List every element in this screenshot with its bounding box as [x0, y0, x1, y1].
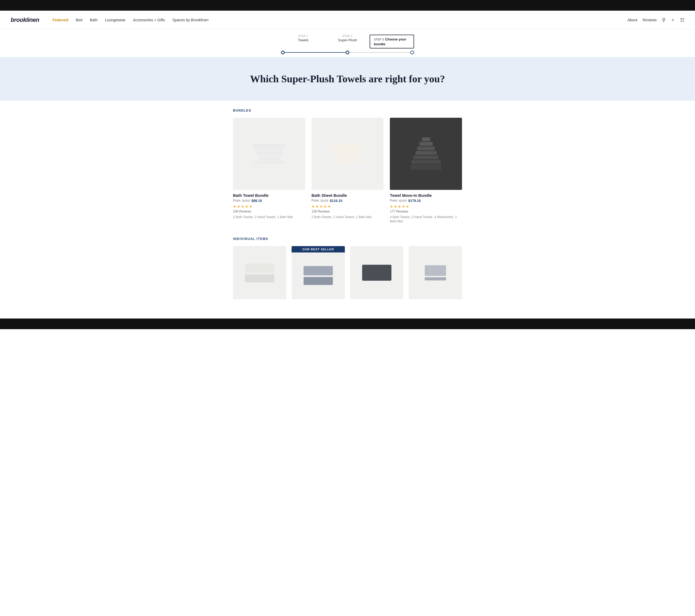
move-in-bundle-reviews: 177 Reviews — [390, 210, 462, 213]
best-seller-badge: OUR BEST SELLER — [292, 246, 345, 252]
bath-towel-bundle-stars: ★ ★ ★ ★ ★ — [233, 204, 305, 209]
hero-banner: Which Super-Plush Towels are right for y… — [0, 57, 695, 101]
move-in-bundle-stars: ★ ★ ★ ★ ★ — [390, 204, 462, 209]
bath-towel-bundle-name: Bath Towel Bundle — [233, 193, 305, 198]
product-bath-towel-bundle[interactable]: Bath Towel Bundle From $109 $98.10 ★ ★ ★… — [233, 118, 305, 224]
step-2-label: STEP 2 — [342, 35, 352, 37]
bath-sheet-bundle-price: From $129 $116.10 — [311, 199, 384, 203]
bath-sheet-bundle-reviews: 128 Reviews — [311, 210, 384, 213]
bath-towel-bundle-price: From $109 $98.10 — [233, 199, 305, 203]
nav-reviews[interactable]: Reviews — [643, 18, 657, 22]
step-3-label: STEP 3 — [374, 38, 384, 41]
step-1[interactable]: STEP 1 Towels — [281, 35, 325, 42]
bath-towel-bundle-reviews: 246 Reviews — [233, 210, 305, 213]
hero-heading: Which Super-Plush Towels are right for y… — [11, 73, 684, 85]
nav-links: Featured Bed Bath Loungewear Accessories… — [52, 18, 627, 22]
move-in-bundle-image — [390, 118, 462, 190]
individual-item-4-image — [409, 246, 462, 299]
bath-sheet-bundle-desc: 2 Bath Sheets, 2 Hand Towels, 1 Bath Mat — [311, 215, 384, 219]
main-content: BUNDLES Bath Towel Bundle From $109 $98.… — [228, 101, 467, 318]
move-in-bundle-name: Towel Move-In Bundle — [390, 193, 462, 198]
step-dot-2 — [346, 51, 349, 54]
individual-title: INDIVIDUAL ITEMS — [233, 237, 462, 241]
step-2[interactable]: STEP 2 Super-Plush — [325, 35, 370, 42]
nav-bed[interactable]: Bed — [76, 18, 83, 22]
nav-bath[interactable]: Bath — [90, 18, 98, 22]
move-in-bundle-price: From $199 $179.10 — [390, 199, 462, 203]
individual-item-2-image: OUR BEST SELLER — [292, 246, 345, 299]
bundles-section: BUNDLES Bath Towel Bundle From $109 $98.… — [233, 109, 462, 224]
navbar: brooklinen Featured Bed Bath Loungewear … — [0, 11, 695, 29]
nav-accessories[interactable]: Accessories + Gifts — [133, 18, 165, 22]
nav-featured[interactable]: Featured — [52, 18, 68, 22]
step-line-1 — [285, 52, 346, 53]
search-icon[interactable]: ⚲ — [662, 17, 665, 23]
step-dot-1 — [281, 51, 285, 54]
product-move-in-bundle[interactable]: Towel Move-In Bundle From $199 $179.10 ★… — [390, 118, 462, 224]
bath-towel-bundle-image — [233, 118, 305, 190]
nav-right: About Reviews ⚲ ⚬ ☷ — [628, 17, 684, 23]
bath-sheet-bundle-image — [311, 118, 384, 190]
move-in-bundle-desc: 4 Bath Towels, 2 Hand Towels, 4 Washclot… — [390, 215, 462, 224]
top-bar — [0, 0, 695, 11]
nav-about[interactable]: About — [628, 18, 638, 22]
bath-towel-bundle-desc: 2 Bath Towels, 2 Hand Towels, 1 Bath Mat — [233, 215, 305, 219]
bath-sheet-bundle-stars: ★ ★ ★ ★ ★ — [311, 204, 384, 209]
step-line-2 — [349, 52, 410, 53]
stepper: STEP 1 Towels STEP 2 Super-Plush STEP 3 … — [281, 35, 414, 48]
stepper-wrapper: STEP 1 Towels STEP 2 Super-Plush STEP 3 … — [0, 29, 695, 57]
bundles-title: BUNDLES — [233, 109, 462, 112]
individual-item-1[interactable] — [233, 246, 286, 302]
stepper-progress — [281, 51, 414, 54]
bath-sheet-bundle-name: Bath Sheet Bundle — [311, 193, 384, 198]
individual-item-2[interactable]: OUR BEST SELLER — [292, 246, 345, 302]
items-grid: OUR BEST SELLER — [233, 246, 462, 302]
individual-section: INDIVIDUAL ITEMS OUR BEST SELLER — [233, 237, 462, 302]
individual-item-3-image — [350, 246, 403, 299]
individual-item-3[interactable] — [350, 246, 403, 302]
individual-item-4[interactable] — [409, 246, 462, 302]
step-2-title: Super-Plush — [338, 38, 357, 42]
cart-icon[interactable]: ☷ — [680, 17, 684, 23]
bundles-grid: Bath Towel Bundle From $109 $98.10 ★ ★ ★… — [233, 118, 462, 224]
step-3[interactable]: STEP 3 Choose your bundle — [370, 35, 414, 48]
step-dot-3 — [410, 51, 414, 54]
individual-item-1-image — [233, 246, 286, 299]
bottom-bar — [0, 318, 695, 329]
user-icon[interactable]: ⚬ — [671, 17, 675, 23]
nav-loungewear[interactable]: Loungewear — [105, 18, 125, 22]
nav-spaces[interactable]: Spaces by Brooklinen — [172, 18, 208, 22]
product-bath-sheet-bundle[interactable]: Bath Sheet Bundle From $129 $116.10 ★ ★ … — [311, 118, 384, 224]
step-1-title: Towels — [298, 38, 308, 42]
step-1-label: STEP 1 — [298, 35, 308, 37]
logo[interactable]: brooklinen — [11, 17, 39, 23]
